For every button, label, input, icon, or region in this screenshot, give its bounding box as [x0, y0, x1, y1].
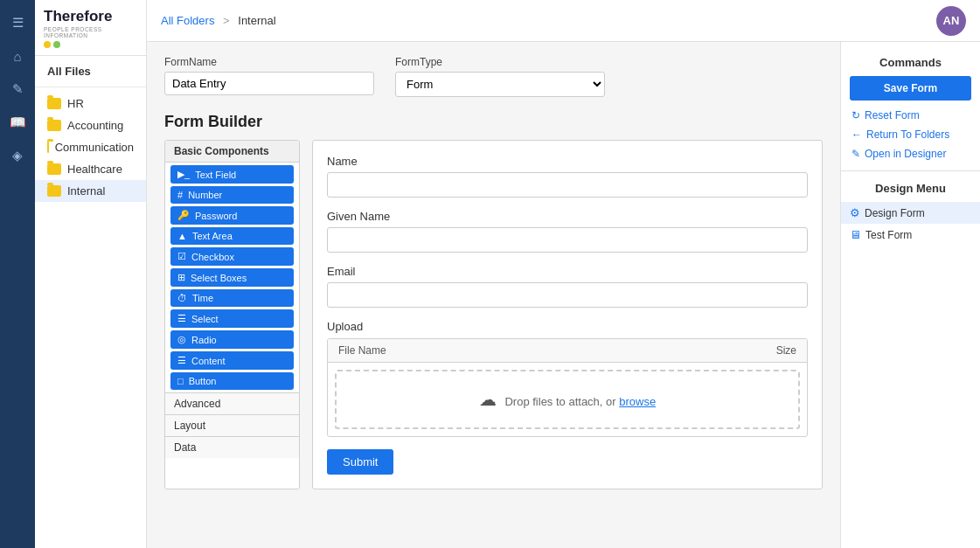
radio-icon: ◎	[177, 334, 186, 345]
return-icon: ←	[851, 128, 862, 141]
save-form-button[interactable]: Save Form	[850, 76, 971, 101]
folder-icon-internal	[47, 185, 61, 197]
upload-col-size: Size	[709, 344, 796, 357]
form-meta: FormName FormType Form Template Report	[164, 56, 823, 97]
browse-link[interactable]: browse	[619, 395, 656, 408]
upload-col-filename: File Name	[338, 344, 709, 357]
comp-radio[interactable]: ◎ Radio	[170, 330, 294, 349]
upload-drop-text: Drop files to attach, or	[504, 395, 615, 408]
select-boxes-icon: ⊞	[177, 272, 185, 283]
user-avatar[interactable]: AN	[936, 6, 966, 36]
comp-text-field-label: Text Field	[195, 170, 236, 180]
textarea-icon: ▲	[177, 231, 187, 241]
nav-book-icon[interactable]: 📖	[2, 107, 33, 138]
folder-list: HR Accounting Communication Healthcare I…	[35, 87, 146, 207]
field-group-name: Name	[327, 155, 808, 198]
design-form-item[interactable]: ⚙ Design Form	[841, 202, 980, 224]
select-icon: ☰	[177, 313, 186, 324]
nav-menu-icon[interactable]: ☰	[2, 7, 33, 38]
breadcrumb: All Folders > Internal	[161, 14, 276, 27]
breadcrumb-current: Internal	[238, 14, 275, 27]
form-name-input[interactable]	[164, 72, 374, 95]
folder-icon-accounting	[47, 120, 61, 131]
form-builder-title: Form Builder	[164, 113, 823, 131]
folder-label-healthcare: Healthcare	[67, 163, 122, 176]
field-input-name[interactable]	[327, 172, 808, 198]
checkbox-icon: ☑	[177, 251, 186, 262]
design-form-label: Design Form	[865, 207, 925, 219]
folder-item-internal[interactable]: Internal	[35, 180, 146, 202]
field-input-given-name[interactable]	[327, 227, 808, 253]
content-area: FormName FormType Form Template Report F…	[147, 42, 980, 548]
comp-text-field[interactable]: ▶_ Text Field	[170, 165, 294, 184]
comp-select[interactable]: ☰ Select	[170, 309, 294, 328]
all-files-header: All Files	[35, 56, 146, 87]
category-advanced[interactable]: Advanced	[165, 392, 299, 414]
sidebar: Therefore PEOPLE PROCESS INFORMATION All…	[35, 0, 147, 548]
upload-drop-area[interactable]: ☁ Drop files to attach, or browse	[335, 370, 800, 429]
return-to-folders-label: Return To Folders	[866, 128, 949, 141]
submit-button[interactable]: Submit	[327, 449, 393, 475]
logo-dot-green	[53, 41, 60, 48]
folder-item-communication[interactable]: Communication	[35, 136, 146, 158]
comp-select-boxes-label: Select Boxes	[191, 273, 247, 283]
category-layout[interactable]: Layout	[165, 414, 299, 436]
field-group-email: Email	[327, 265, 808, 308]
test-form-item[interactable]: 🖥 Test Form	[841, 224, 980, 246]
field-group-given-name: Given Name	[327, 210, 808, 253]
comp-time[interactable]: ⏱ Time	[170, 289, 294, 307]
upload-table-header: File Name Size	[328, 339, 807, 363]
top-bar: All Folders > Internal AN	[147, 0, 980, 42]
comp-content[interactable]: ☰ Content	[170, 351, 294, 370]
reset-form-label: Reset Form	[865, 109, 920, 121]
open-in-designer-label: Open in Designer	[865, 148, 946, 160]
number-icon: #	[177, 190, 183, 200]
folder-label-communication: Communication	[55, 141, 134, 154]
form-name-group: FormName	[164, 56, 374, 97]
comp-button[interactable]: □ Button	[170, 372, 294, 390]
design-form-icon: ⚙	[850, 206, 860, 219]
comp-textarea-label: Text Area	[192, 231, 233, 241]
folder-item-healthcare[interactable]: Healthcare	[35, 158, 146, 180]
password-icon: 🔑	[177, 210, 190, 221]
comp-textarea[interactable]: ▲ Text Area	[170, 227, 294, 245]
content-icon: ☰	[177, 355, 186, 366]
form-type-group: FormType Form Template Report	[395, 56, 605, 97]
components-panel: Basic Components ▶_ Text Field # Number …	[164, 140, 300, 489]
comp-number-label: Number	[188, 190, 222, 200]
folder-item-accounting[interactable]: Accounting	[35, 114, 146, 136]
comp-checkbox[interactable]: ☑ Checkbox	[170, 247, 294, 266]
field-label-given-name: Given Name	[327, 210, 808, 223]
folder-label-internal: Internal	[67, 184, 105, 198]
comp-password[interactable]: 🔑 Password	[170, 206, 294, 225]
designer-icon: ✎	[851, 148, 860, 160]
left-nav-bar: ☰ ⌂ ✎ 📖 ◈	[0, 0, 35, 548]
return-to-folders-link[interactable]: ← Return To Folders	[841, 125, 980, 144]
comp-checkbox-label: Checkbox	[191, 252, 234, 262]
comp-select-boxes[interactable]: ⊞ Select Boxes	[170, 268, 294, 287]
folder-item-hr[interactable]: HR	[35, 93, 146, 114]
category-data[interactable]: Data	[165, 436, 299, 458]
comp-number[interactable]: # Number	[170, 186, 294, 204]
field-input-email[interactable]	[327, 282, 808, 308]
right-divider	[841, 170, 980, 171]
comp-time-label: Time	[192, 293, 213, 303]
folder-icon-healthcare	[47, 163, 61, 175]
form-type-select[interactable]: Form Template Report	[395, 72, 605, 97]
folder-label-accounting: Accounting	[67, 119, 123, 132]
upload-label: Upload	[327, 320, 808, 333]
reset-icon: ↻	[851, 109, 860, 121]
form-area: FormName FormType Form Template Report F…	[147, 42, 840, 548]
upload-table: File Name Size ☁ Drop files to attach, o…	[327, 338, 808, 437]
breadcrumb-parent[interactable]: All Folders	[161, 14, 214, 27]
app-tagline: PEOPLE PROCESS INFORMATION	[44, 26, 137, 38]
reset-form-link[interactable]: ↻ Reset Form	[841, 106, 980, 125]
field-label-name: Name	[327, 155, 808, 168]
open-in-designer-link[interactable]: ✎ Open in Designer	[841, 144, 980, 163]
form-type-label: FormType	[395, 56, 605, 68]
nav-diamond-icon[interactable]: ◈	[2, 140, 33, 171]
comp-content-label: Content	[191, 356, 226, 366]
nav-edit-icon[interactable]: ✎	[2, 73, 33, 105]
comp-radio-label: Radio	[191, 335, 217, 345]
nav-home-icon[interactable]: ⌂	[2, 40, 33, 72]
